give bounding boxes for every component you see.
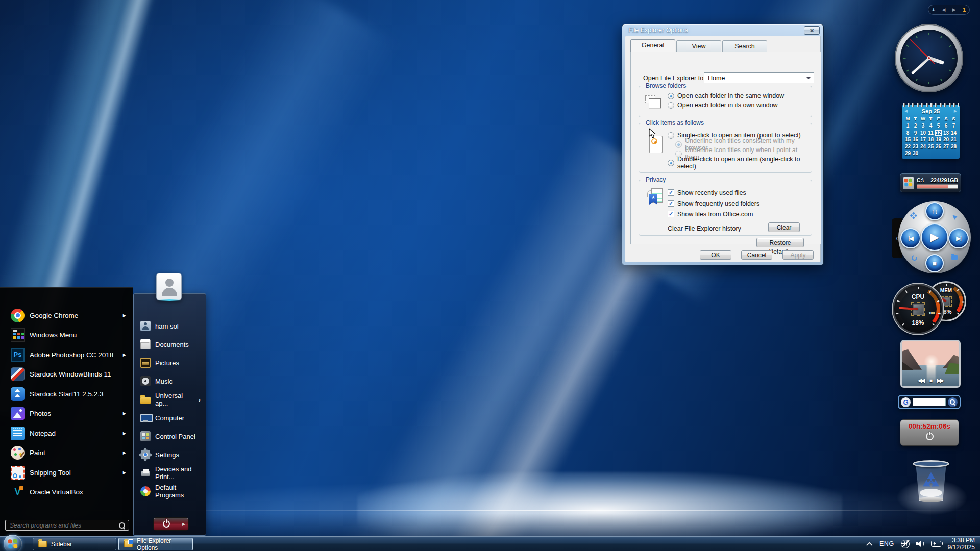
radio-option-double-click-to-open-an-item[interactable]: Double-click to open an item (single-cli…: [668, 158, 812, 167]
start-menu-item-universal-ap[interactable]: Universal ap...›: [134, 390, 206, 409]
media-note-icon[interactable]: [953, 214, 959, 220]
picture-stop-button[interactable]: ■: [929, 378, 932, 383]
tab-general[interactable]: General: [630, 39, 675, 52]
user-avatar[interactable]: [156, 273, 182, 300]
network-icon[interactable]: [901, 540, 910, 548]
volume-icon[interactable]: [916, 540, 924, 547]
timer-power-button[interactable]: [926, 433, 934, 440]
calendar-date[interactable]: 1: [904, 122, 912, 130]
calendar-date[interactable]: 7: [950, 122, 958, 130]
hidden-icons-chevron[interactable]: [866, 542, 873, 548]
picture-forward-button[interactable]: ▶▶: [937, 378, 943, 383]
calendar-date[interactable]: 15: [904, 136, 912, 143]
calendar-date[interactable]: 24: [919, 143, 927, 151]
calendar-date[interactable]: 25: [927, 143, 935, 151]
calendar-gadget[interactable]: ◀ Sep 25 ▶ MTWTFSS 123456789101112131415…: [902, 105, 960, 159]
radio-option-open-each-folder-in-the-same[interactable]: Open each folder in the same window: [668, 91, 784, 101]
start-menu-item-windows-menu[interactable]: Windows Menu: [0, 325, 133, 345]
calendar-date[interactable]: 28: [950, 143, 958, 151]
calendar-next-icon[interactable]: ▶: [954, 109, 957, 113]
start-menu-item-notepad[interactable]: Notepad▶: [0, 423, 133, 443]
calendar-date[interactable]: 29: [904, 150, 912, 157]
start-button[interactable]: [4, 535, 22, 551]
start-menu-item-control-panel[interactable]: Control Panel: [134, 427, 206, 445]
tab-search[interactable]: Search: [722, 40, 767, 52]
start-menu-item-oracle-virtualbox[interactable]: VOracle VirtualBox: [0, 483, 133, 503]
start-menu-item-computer[interactable]: Computer: [134, 409, 206, 427]
media-play-button[interactable]: ▶: [921, 223, 948, 251]
radio-icon[interactable]: [668, 132, 674, 139]
start-menu-item-snipping-tool[interactable]: Snipping Tool▶: [0, 463, 133, 483]
calendar-date[interactable]: 23: [912, 143, 919, 151]
battery-icon[interactable]: [931, 541, 941, 547]
ok-button[interactable]: OK: [700, 250, 731, 260]
calendar-date[interactable]: 12: [935, 130, 942, 137]
calendar-date[interactable]: 10: [919, 130, 927, 137]
calendar-date[interactable]: 6: [942, 122, 950, 130]
calendar-date[interactable]: 4: [927, 122, 935, 130]
media-grid-icon[interactable]: [910, 212, 918, 221]
radio-icon[interactable]: [675, 151, 682, 157]
open-to-dropdown[interactable]: Home: [704, 72, 814, 83]
calendar-date[interactable]: 30: [912, 150, 919, 157]
radio-icon[interactable]: [675, 141, 682, 148]
clear-button[interactable]: Clear: [768, 222, 800, 232]
start-menu-item-pictures[interactable]: Pictures: [134, 354, 206, 372]
start-menu-item-paint[interactable]: Paint▶: [0, 443, 133, 463]
calendar-date[interactable]: 11: [927, 130, 935, 137]
restore-defaults-button[interactable]: Restore Defaults: [756, 238, 804, 247]
calendar-date[interactable]: 20: [942, 136, 950, 143]
apply-button[interactable]: Apply: [782, 250, 814, 260]
power-button[interactable]: ▶: [153, 517, 189, 531]
checkbox-icon[interactable]: ✓: [668, 200, 674, 207]
checkbox-option-show-frequently-used-folders[interactable]: ✓Show frequently used folders: [668, 198, 760, 209]
add-gadget-button[interactable]: +: [932, 7, 935, 13]
cpu-gauge-gadget[interactable]: CPU 100 18%: [893, 284, 943, 334]
taskbar-button-sidebar[interactable]: Sidebar: [33, 538, 116, 550]
gadget-search-input[interactable]: [913, 398, 946, 406]
media-previous-button[interactable]: |◀: [900, 228, 921, 248]
calendar-date[interactable]: 2: [912, 122, 919, 130]
search-icon[interactable]: [118, 522, 126, 529]
recycle-bin[interactable]: [912, 459, 950, 503]
checkbox-option-show-recently-used-files[interactable]: ✓Show recently used files: [668, 187, 760, 198]
calendar-date[interactable]: 21: [950, 136, 958, 143]
start-menu-item-music[interactable]: Music: [134, 372, 206, 390]
checkbox-option-show-files-from-office-com[interactable]: ✓Show files from Office.com: [668, 209, 760, 219]
calendar-date[interactable]: 9: [912, 130, 919, 137]
calendar-date[interactable]: 26: [935, 143, 942, 151]
tab-view[interactable]: View: [676, 40, 721, 52]
start-menu-item-ham-sol[interactable]: ham sol: [134, 317, 206, 335]
gadget-prev-button[interactable]: ◀: [942, 7, 946, 12]
picture-rewind-button[interactable]: ◀◀: [918, 378, 924, 383]
start-menu-item-stardock-start11-2-5-2-3[interactable]: Stardock Start11 2.5.2.3: [0, 384, 133, 404]
start-menu-item-adobe-photoshop-cc-2018[interactable]: PsAdobe Photoshop CC 2018▶: [0, 345, 133, 365]
media-next-button[interactable]: ▶|: [948, 228, 969, 248]
shutdown-button[interactable]: [154, 518, 179, 530]
cancel-button[interactable]: Cancel: [741, 250, 772, 260]
drive-meter-gadget[interactable]: C:\ 224/291GB: [900, 173, 961, 192]
start-menu-item-settings[interactable]: Settings: [134, 445, 206, 464]
calendar-date[interactable]: 8: [904, 130, 912, 137]
close-button[interactable]: ×: [804, 26, 820, 35]
calendar-date[interactable]: 3: [919, 122, 927, 130]
radio-icon[interactable]: [668, 93, 674, 99]
calendar-date[interactable]: 18: [927, 136, 935, 143]
calendar-date[interactable]: 16: [912, 136, 919, 143]
checkbox-icon[interactable]: ✓: [668, 189, 674, 196]
calendar-date[interactable]: 22: [904, 143, 912, 151]
radio-icon[interactable]: [668, 102, 674, 109]
checkbox-icon[interactable]: ✓: [668, 211, 674, 217]
tray-clock[interactable]: 3:38 PM 9/12/2025: [948, 537, 979, 551]
power-options-arrow[interactable]: ▶: [179, 518, 188, 530]
calendar-date[interactable]: 17: [919, 136, 927, 143]
start-menu-item-google-chrome[interactable]: Google Chrome▶: [0, 306, 133, 325]
language-indicator[interactable]: ENG: [879, 540, 894, 547]
taskbar-button-file-explorer-options[interactable]: File Explorer Options: [118, 538, 193, 550]
start-search-input[interactable]: [9, 521, 118, 530]
start-menu-item-documents[interactable]: Documents: [134, 335, 206, 354]
media-shuffle-button[interactable]: ↑↓: [925, 202, 944, 220]
calendar-date[interactable]: 13: [942, 130, 950, 137]
start-menu-item-photos[interactable]: Photos▶: [0, 404, 133, 424]
gadget-next-button[interactable]: ▶: [952, 7, 956, 12]
